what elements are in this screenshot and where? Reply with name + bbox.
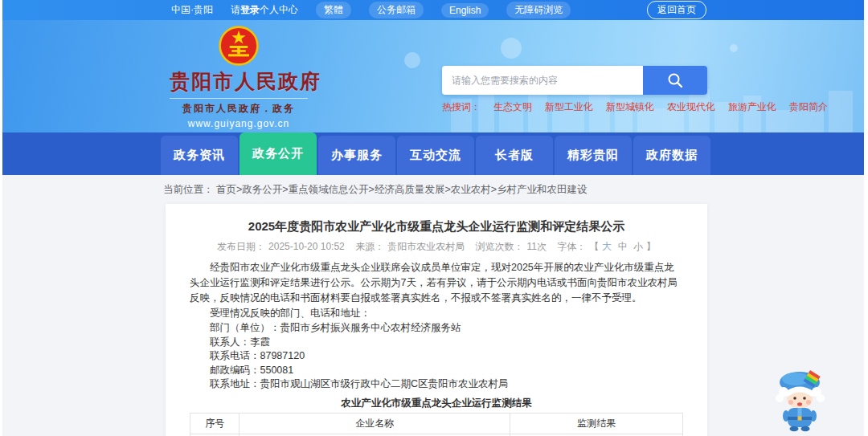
publish-date-label: 发布日期： [217,241,265,252]
site-title: 贵阳市人民政府 [170,68,308,95]
national-emblem-icon [218,25,260,67]
publish-date-value: 2025-10-20 10:52 [268,241,345,252]
site-url: www.guiyang.gov.cn [170,118,308,129]
site-subtitle: 贵阳市人民政府．政务 [170,98,308,116]
nav-tabs: 政务资讯 政务公开 办事服务 互动交流 长者版 精彩贵阳 政府数据 [161,132,864,175]
search-icon [666,71,684,89]
article-card: 2025年度贵阳市农业产业化市级重点龙头企业运行监测和评定结果公示 发布日期：2… [166,204,707,436]
search-area: 热搜词： 生态文明 新型工业化 新型城镇化 农业现代化 旅游产业化 贵阳简介 [442,66,707,114]
font-size-small-button[interactable]: 小 [633,241,643,252]
contact-line-department: 部门（单位）：贵阳市乡村振兴服务中心农村经济服务站 [190,321,683,336]
bokeh-decoration [404,52,420,68]
breadcrumb-path[interactable]: 首页>政务公开>重点领域信息公开>经济高质量发展>农业农村>乡村产业和农田建设 [216,184,588,195]
login-suffix: 个人中心 [260,4,298,15]
topbar: 中国·贵阳 请登录个人中心 繁體 公务邮箱 English 无障碍浏览 返回首页 [2,0,864,20]
article-paragraph: 受理情况反映的部门、电话和地址： [190,306,683,321]
page-root: 中国·贵阳 请登录个人中心 繁體 公务邮箱 English 无障碍浏览 返回首页 [2,0,864,436]
table-caption: 农业产业化市级重点龙头企业运行监测结果 [190,397,683,410]
nav-tab-zhangzheban[interactable]: 长者版 [476,136,553,175]
hot-word-link[interactable]: 旅游产业化 [728,100,776,114]
hot-word-link[interactable]: 农业现代化 [667,100,715,114]
topbar-link-china-guiyang[interactable]: 中国·贵阳 [171,3,213,17]
topbar-login-link[interactable]: 请登录个人中心 [231,3,298,17]
source-label: 来源： [355,241,384,252]
contact-line-person: 联系人：李霞 [190,336,683,350]
mascot-icon[interactable] [768,365,833,433]
search-box [442,66,707,95]
nav-tab-zhengwu-zixun[interactable]: 政务资讯 [161,136,238,175]
column-header-result: 监测结果 [510,413,683,434]
topbar-links: 中国·贵阳 请登录个人中心 繁體 公务邮箱 English 无障碍浏览 [171,2,571,18]
hot-search-row: 热搜词： 生态文明 新型工业化 新型城镇化 农业现代化 旅游产业化 贵阳简介 [442,100,707,114]
views-label: 浏览次数： [475,241,523,252]
column-header-company: 企业名称 [240,413,510,434]
hot-word-link[interactable]: 新型工业化 [545,100,593,114]
login-bold: 登录 [240,4,260,15]
login-prefix: 请 [231,4,240,15]
site-logo[interactable]: 贵阳市人民政府 贵阳市人民政府．政务 www.guiyang.gov.cn [170,25,308,129]
breadcrumb-label: 当前位置： [163,184,214,195]
article-paragraph: 经贵阳市农业产业化市级重点龙头企业联席会议成员单位审定，现对2025年开展的农业… [190,260,683,306]
font-size-medium-button[interactable]: 中 [618,241,628,252]
main-nav: 政务资讯 政务公开 办事服务 互动交流 长者版 精彩贵阳 政府数据 [2,132,864,175]
site-header: 贵阳市人民政府 贵阳市人民政府．政务 www.guiyang.gov.cn 热搜… [2,20,864,132]
back-home-button[interactable]: 返回首页 [647,1,706,19]
search-button[interactable] [643,66,707,95]
font-size-large-button[interactable]: 大 [602,241,612,252]
topbar-link-official-mail[interactable]: 公务邮箱 [369,2,424,18]
font-size-label: 字体： [557,241,586,252]
bokeh-decoration [501,38,522,59]
article-meta: 发布日期：2025-10-20 10:52 来源：贵阳市农业农村局 浏览次数：1… [190,241,683,252]
hot-word-link[interactable]: 生态文明 [493,100,532,114]
contact-line-postcode: 邮政编码：550081 [190,364,683,378]
breadcrumb: 当前位置： 首页>政务公开>重点领域信息公开>经济高质量发展>农业农村>乡村产业… [2,175,864,204]
article-title: 2025年度贵阳市农业产业化市级重点龙头企业运行监测和评定结果公示 [190,218,683,234]
contact-line-address: 联系地址：贵阳市观山湖区市级行政中心二期C区贵阳市农业农村局 [190,377,683,392]
views-value: 11次 [526,241,546,252]
nav-tab-zhengwu-gongkai[interactable]: 政务公开 [240,132,317,175]
hot-search-label: 热搜词： [442,100,481,114]
source-value: 贵阳市农业农村局 [387,241,465,252]
contact-line-phone: 联系电话：87987120 [190,349,683,364]
bokeh-decoration [730,44,738,52]
topbar-link-accessibility[interactable]: 无障碍浏览 [506,2,571,18]
bracket-open: 【 [589,241,599,252]
nav-tab-jingcai-guiyang[interactable]: 精彩贵阳 [555,136,632,175]
article-body: 经贵阳市农业产业化市级重点龙头企业联席会议成员单位审定，现对2025年开展的农业… [190,260,683,436]
monitoring-result-table: 序号 企业名称 监测结果 1 贵州合力超市采购有限公司 合格 2 [190,413,683,436]
topbar-link-traditional-chinese[interactable]: 繁體 [316,2,351,18]
topbar-link-english[interactable]: English [441,3,489,18]
hot-word-link[interactable]: 贵阳简介 [789,100,828,114]
nav-tab-hudong-jiaoliu[interactable]: 互动交流 [397,136,474,175]
table-header-row: 序号 企业名称 监测结果 [190,413,683,434]
main-content: 当前位置： 首页>政务公开>重点领域信息公开>经济高质量发展>农业农村>乡村产业… [2,175,864,436]
bracket-close: 】 [646,241,656,252]
nav-tab-zhengfu-shuju[interactable]: 政府数据 [633,136,710,175]
hot-word-link[interactable]: 新型城镇化 [606,100,654,114]
nav-tab-banshi-fuwu[interactable]: 办事服务 [318,136,395,175]
search-input[interactable] [442,66,643,95]
column-header-index: 序号 [190,413,240,434]
